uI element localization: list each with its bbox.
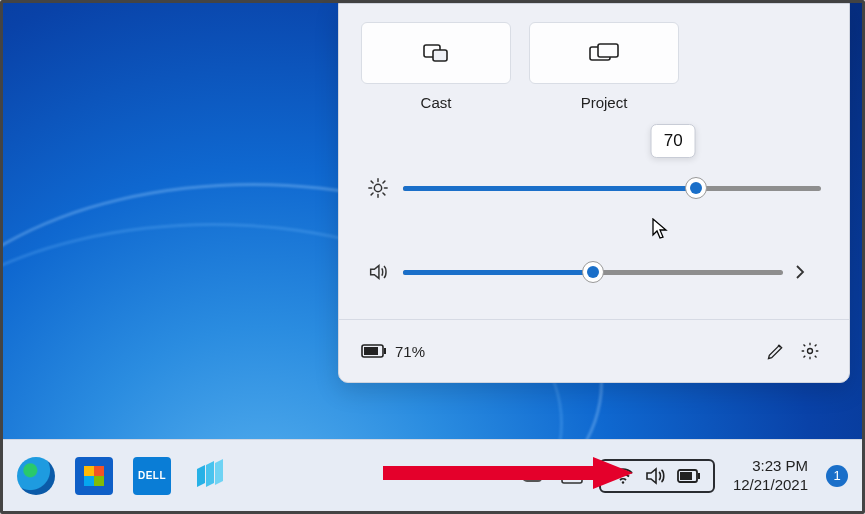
svg-rect-1 [433, 50, 447, 61]
edit-quick-settings-button[interactable] [759, 334, 793, 368]
cast-tile: Cast [361, 22, 511, 111]
quick-settings-panel: Cast Project [338, 3, 850, 383]
svg-rect-25 [698, 473, 700, 479]
svg-point-4 [374, 184, 381, 191]
svg-line-9 [371, 181, 373, 183]
brightness-fill [403, 186, 696, 191]
clock-time: 3:23 PM [733, 457, 808, 476]
brightness-thumb[interactable]: 70 [685, 177, 707, 199]
quick-settings-tiles: Cast Project [339, 4, 849, 119]
dell-label: DELL [138, 470, 166, 481]
brightness-icon [367, 177, 403, 199]
system-tray-button[interactable] [599, 459, 715, 493]
quick-settings-footer: 71% [339, 319, 849, 382]
volume-thumb[interactable] [582, 261, 604, 283]
battery-status[interactable]: 71% [361, 343, 425, 360]
battery-tray-icon [677, 469, 701, 483]
svg-point-19 [571, 473, 573, 475]
svg-point-20 [576, 473, 578, 475]
svg-rect-3 [598, 44, 618, 57]
cast-button[interactable] [361, 22, 511, 84]
svg-rect-17 [562, 469, 582, 483]
taskbar-clock[interactable]: 3:23 PM 12/21/2021 [733, 457, 808, 495]
volume-slider[interactable] [403, 270, 783, 275]
notification-badge[interactable]: 1 [826, 465, 848, 487]
project-tile: Project [529, 22, 679, 111]
tray-overflow [487, 468, 583, 484]
battery-icon [361, 344, 387, 358]
svg-rect-24 [680, 472, 692, 480]
wifi-icon [613, 468, 633, 484]
svg-point-22 [622, 481, 624, 483]
quick-settings-sliders: 70 [339, 119, 849, 319]
taskbar-system-area: 3:23 PM 12/21/2021 1 [487, 457, 848, 495]
svg-point-18 [566, 473, 568, 475]
cast-icon [423, 42, 449, 64]
input-indicator-tray-icon[interactable] [561, 468, 583, 484]
brightness-slider-row: 70 [367, 167, 821, 209]
azure-app-icon[interactable] [191, 457, 229, 495]
volume-slider-row [367, 251, 821, 293]
dell-app-icon[interactable]: DELL [133, 457, 171, 495]
svg-rect-14 [364, 347, 378, 355]
volume-more-button[interactable] [795, 264, 821, 280]
cast-label: Cast [361, 94, 511, 111]
svg-rect-15 [384, 348, 386, 354]
project-button[interactable] [529, 22, 679, 84]
speaker-icon [645, 467, 665, 485]
taskbar: DELL 3:23 PM 12/21/2021 1 [3, 439, 862, 511]
edge-app-icon[interactable] [17, 457, 55, 495]
volume-fill [403, 270, 593, 275]
notification-count: 1 [833, 468, 840, 483]
svg-point-16 [808, 349, 813, 354]
taskbar-pinned-apps: DELL [17, 457, 229, 495]
svg-line-10 [383, 193, 385, 195]
screenshot-frame: Cast Project [0, 0, 865, 514]
svg-line-12 [383, 181, 385, 183]
tray-chevron-up-icon[interactable] [487, 470, 503, 482]
onedrive-tray-icon[interactable] [521, 469, 543, 483]
brightness-tooltip: 70 [651, 124, 696, 158]
volume-icon [367, 261, 403, 283]
brightness-slider[interactable]: 70 [403, 186, 821, 191]
project-label: Project [529, 94, 679, 111]
battery-pct: 71% [395, 343, 425, 360]
clock-date: 12/21/2021 [733, 476, 808, 495]
svg-line-11 [371, 193, 373, 195]
settings-button[interactable] [793, 334, 827, 368]
project-icon [589, 43, 619, 63]
microsoft-store-app-icon[interactable] [75, 457, 113, 495]
